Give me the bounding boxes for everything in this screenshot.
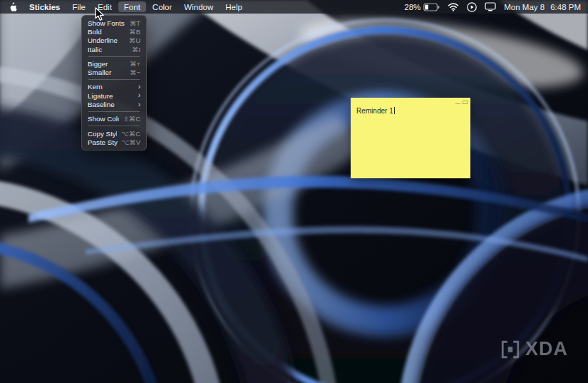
menu-separator	[88, 126, 140, 126]
wifi-icon[interactable]	[448, 3, 459, 11]
menu-item-label: Baseline	[88, 101, 130, 108]
sticky-note[interactable]: Reminder 1	[351, 98, 470, 178]
menu-item-shortcut: ⌘−	[130, 68, 140, 76]
display-icon[interactable]	[485, 2, 496, 11]
note-zoom-icon[interactable]	[463, 101, 468, 104]
battery-percent: 28%	[404, 3, 421, 11]
font-menu-item[interactable]: Paste Style ⌥⌘V	[82, 138, 146, 146]
menu-bar-item[interactable]: Font	[118, 1, 146, 12]
text-caret	[394, 107, 395, 114]
menu-item-label: Smaller	[88, 68, 125, 76]
menu-bar-date: Mon May 8	[504, 3, 545, 11]
font-menu: Show Fonts ⌘T Bold ⌘B Underline ⌘U Itali…	[81, 15, 147, 150]
menu-bar-item[interactable]: Help	[220, 1, 248, 12]
menu-bar-item[interactable]: File	[66, 1, 91, 12]
apple-icon	[9, 2, 17, 12]
menu-item-label: Bigger	[88, 60, 125, 68]
menu-item-label: Ligature	[88, 92, 130, 100]
menu-item-label: Kern	[88, 83, 130, 91]
menu-item-label: Paste Style	[88, 138, 118, 146]
menu-item-label: Bold	[88, 28, 125, 36]
note-collapse-icon[interactable]	[455, 103, 460, 104]
font-menu-item[interactable]: Italic ⌘I	[82, 45, 146, 53]
menu-item-shortcut: ⌘+	[130, 60, 140, 68]
font-menu-item[interactable]: Show Fonts ⌘T	[82, 19, 146, 27]
menu-item-shortcut: ⌘I	[132, 46, 140, 53]
submenu-chevron-icon: ›	[138, 83, 140, 91]
font-menu-item[interactable]: Underline ⌘U	[82, 36, 146, 45]
menu-item-shortcut: ⌘T	[130, 19, 140, 27]
menu-app-name[interactable]: Stickies	[24, 1, 66, 12]
font-menu-item[interactable]: Smaller ⌘−	[82, 68, 146, 76]
font-menu-item[interactable]: Show Colors ⇧⌘C	[82, 115, 146, 123]
xda-logo-icon	[500, 339, 521, 359]
menu-separator	[88, 111, 140, 112]
apple-menu[interactable]	[7, 2, 23, 12]
font-menu-item[interactable]: Bigger ⌘+	[82, 59, 146, 68]
sticky-note-titlebar[interactable]	[351, 98, 470, 106]
menu-item-label: Copy Style	[88, 130, 117, 138]
menu-item-label: Show Colors	[88, 115, 119, 123]
menu-bar-item[interactable]: Window	[178, 1, 219, 12]
font-menu-item[interactable]: Bold ⌘B	[82, 27, 146, 36]
note-text[interactable]: Reminder 1	[351, 106, 470, 118]
note-text-content: Reminder 1	[356, 107, 393, 115]
font-menu-item[interactable]: Ligature ›	[82, 91, 146, 100]
battery-icon	[423, 3, 440, 11]
menu-item-label: Show Fonts	[88, 19, 125, 27]
submenu-chevron-icon: ›	[138, 92, 140, 99]
xda-watermark: XDA	[500, 338, 568, 360]
menu-item-shortcut: ⌘B	[129, 28, 140, 36]
menu-separator	[88, 56, 140, 57]
font-menu-item[interactable]: Baseline ›	[82, 100, 146, 108]
menu-bar-item[interactable]: Color	[147, 1, 177, 12]
battery-status[interactable]: 28%	[404, 3, 440, 11]
now-playing-icon[interactable]	[467, 2, 477, 12]
menu-separator	[88, 79, 140, 80]
font-menu-item[interactable]: Copy Style ⌥⌘C	[82, 129, 146, 138]
menu-item-shortcut: ⇧⌘C	[123, 115, 140, 123]
menu-bar: Stickies File Edit Font Color Window Hel…	[0, 0, 588, 14]
menu-bar-time: 6:48 PM	[550, 3, 581, 11]
menu-bar-left: Stickies File Edit Font Color Window Hel…	[7, 1, 248, 12]
menu-bar-item[interactable]: Edit	[92, 1, 118, 12]
clock[interactable]: Mon May 8 6:48 PM	[504, 3, 581, 11]
submenu-chevron-icon: ›	[138, 101, 140, 108]
menu-item-shortcut: ⌥⌘V	[122, 138, 140, 146]
desktop: Stickies File Edit Font Color Window Hel…	[0, 0, 588, 383]
menu-bar-menus: File Edit Font Color Window Help	[66, 1, 247, 12]
menu-item-label: Italic	[88, 46, 128, 53]
xda-watermark-text: XDA	[525, 338, 568, 360]
menu-item-shortcut: ⌘U	[129, 36, 140, 44]
menu-item-label: Underline	[88, 36, 125, 44]
font-menu-item[interactable]: Kern ›	[82, 83, 146, 91]
menu-bar-status: 28% Mon May 8	[404, 2, 581, 12]
menu-item-shortcut: ⌥⌘C	[121, 130, 140, 138]
